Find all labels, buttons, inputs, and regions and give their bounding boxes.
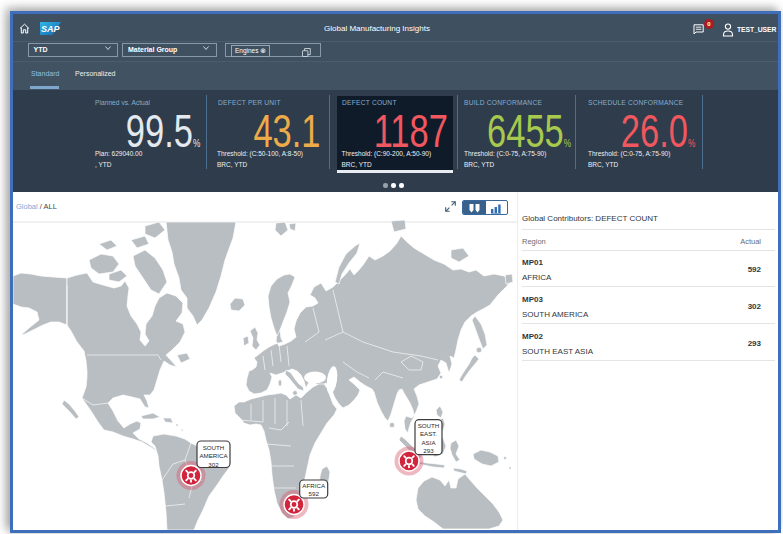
svg-text:SOUTH: SOUTH	[418, 422, 440, 429]
svg-text:SAP: SAP	[41, 24, 61, 34]
svg-text:EAST.: EAST.	[420, 430, 437, 437]
svg-text:AFRICA: AFRICA	[302, 482, 326, 489]
svg-text:592: 592	[309, 490, 320, 497]
svg-text:ASIA: ASIA	[421, 439, 436, 446]
svg-text:AMERICA: AMERICA	[199, 452, 228, 459]
svg-text:293: 293	[423, 447, 434, 454]
svg-text:302: 302	[208, 461, 219, 468]
svg-text:SOUTH: SOUTH	[203, 444, 225, 451]
